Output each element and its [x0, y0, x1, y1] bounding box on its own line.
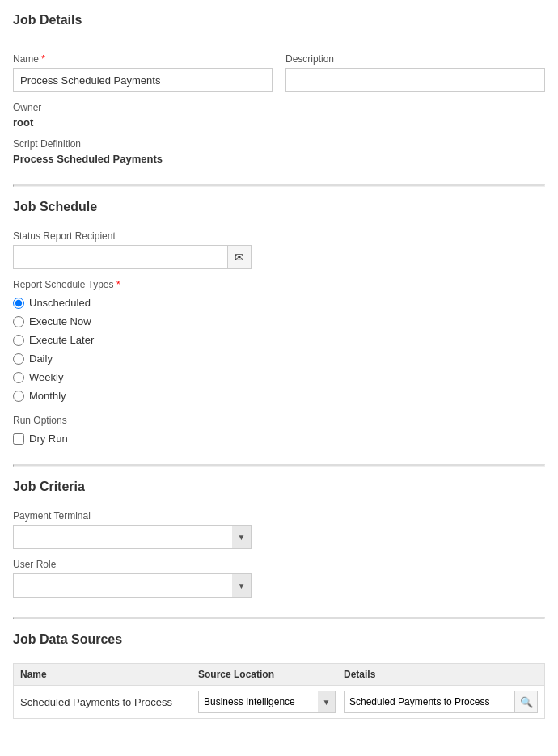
name-field-group: Name *	[13, 44, 273, 92]
script-definition-value: Process Scheduled Payments	[13, 153, 545, 165]
radio-daily[interactable]: Daily	[13, 353, 545, 365]
radio-monthly[interactable]: Monthly	[13, 390, 545, 402]
source-location-select[interactable]: Business Intelligence	[198, 691, 336, 713]
radio-weekly-label: Weekly	[29, 371, 63, 383]
dry-run-checkbox-item[interactable]: Dry Run	[13, 433, 545, 445]
section-divider-1	[13, 184, 545, 187]
radio-monthly-label: Monthly	[29, 390, 66, 402]
job-criteria-section: Job Criteria Payment Terminal ▼ User Rol…	[13, 479, 545, 598]
job-data-sources-section: Job Data Sources Name Source Location De…	[13, 632, 545, 719]
user-role-select-wrapper: ▼	[13, 573, 252, 598]
script-definition-label: Script Definition	[13, 138, 545, 150]
user-role-label: User Role	[13, 559, 545, 570]
job-criteria-title: Job Criteria	[13, 479, 545, 497]
schedule-radio-group: Unscheduled Execute Now Execute Later Da…	[13, 297, 545, 402]
source-location-select-wrapper: Business Intelligence ▼	[198, 691, 336, 713]
search-button[interactable]: 🔍	[515, 691, 538, 713]
job-schedule-title: Job Schedule	[13, 200, 545, 218]
owner-label: Owner	[13, 102, 545, 113]
name-label: Name *	[13, 53, 273, 65]
radio-execute-now-label: Execute Now	[29, 315, 91, 327]
description-label: Description	[285, 53, 545, 65]
col-details-header: Details	[344, 669, 538, 680]
status-report-input[interactable]	[13, 245, 227, 269]
description-field-group: Description	[285, 44, 545, 92]
section-divider-2	[13, 464, 545, 467]
report-schedule-types-label: Report Schedule Types *	[13, 279, 545, 290]
dry-run-checkbox[interactable]	[13, 433, 24, 445]
payment-terminal-group: Payment Terminal ▼	[13, 510, 545, 549]
dry-run-label: Dry Run	[29, 433, 68, 445]
row-details-cell: 🔍	[344, 691, 538, 713]
job-details-section: Job Details Name * Description Owner roo…	[13, 13, 545, 165]
user-role-select[interactable]	[13, 573, 252, 598]
section-divider-3	[13, 617, 545, 619]
search-icon: 🔍	[520, 696, 533, 708]
payment-terminal-select-wrapper: ▼	[13, 525, 252, 549]
radio-weekly[interactable]: Weekly	[13, 371, 545, 383]
job-data-sources-title: Job Data Sources	[13, 632, 545, 650]
radio-execute-later[interactable]: Execute Later	[13, 334, 545, 346]
name-required-star: *	[41, 53, 45, 65]
table-header-row: Name Source Location Details	[14, 664, 544, 686]
run-options-label: Run Options	[13, 415, 545, 426]
table-row: Scheduled Payments to Process Business I…	[14, 686, 544, 718]
script-definition-group: Script Definition Process Scheduled Paym…	[13, 138, 545, 165]
status-report-label: Status Report Recipient	[13, 230, 545, 242]
job-details-title: Job Details	[13, 13, 545, 31]
status-report-input-wrapper: ✉	[13, 245, 252, 269]
radio-daily-label: Daily	[29, 353, 53, 365]
col-source-header: Source Location	[198, 669, 344, 680]
payment-terminal-label: Payment Terminal	[13, 510, 545, 522]
details-input[interactable]	[344, 691, 515, 713]
schedule-required-star: *	[116, 279, 120, 290]
details-input-wrapper: 🔍	[344, 691, 538, 713]
row-name-cell: Scheduled Payments to Process	[20, 696, 198, 708]
data-sources-table: Name Source Location Details Scheduled P…	[13, 663, 545, 719]
payment-terminal-select[interactable]	[13, 525, 252, 549]
radio-execute-now[interactable]: Execute Now	[13, 315, 545, 327]
description-input[interactable]	[285, 68, 545, 92]
owner-field-group: Owner root	[13, 102, 545, 129]
radio-unscheduled[interactable]: Unscheduled	[13, 297, 545, 309]
name-input[interactable]	[13, 68, 273, 92]
row-source-cell: Business Intelligence ▼	[198, 691, 344, 713]
email-button[interactable]: ✉	[227, 245, 252, 269]
radio-execute-later-label: Execute Later	[29, 334, 94, 346]
name-description-row: Name * Description	[13, 44, 545, 92]
email-icon: ✉	[235, 251, 244, 264]
user-role-group: User Role ▼	[13, 559, 545, 598]
job-schedule-section: Job Schedule Status Report Recipient ✉ R…	[13, 200, 545, 445]
owner-value: root	[13, 116, 545, 129]
run-options-section: Run Options Dry Run	[13, 415, 545, 445]
report-schedule-types-group: Report Schedule Types * Unscheduled Exec…	[13, 279, 545, 402]
col-name-header: Name	[20, 669, 198, 680]
radio-unscheduled-label: Unscheduled	[29, 297, 91, 309]
